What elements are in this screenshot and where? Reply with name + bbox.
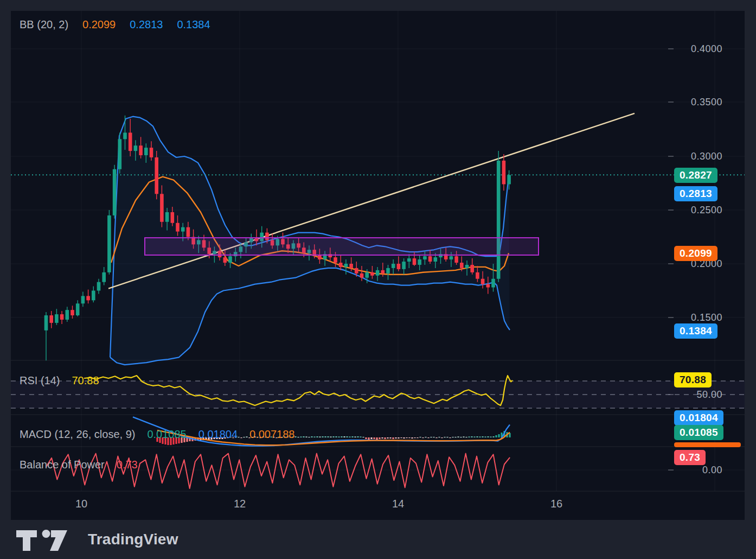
macd-histogram-bar xyxy=(232,437,234,438)
price-badge: 0.2813 xyxy=(674,186,717,201)
macd-histogram-bar xyxy=(346,436,348,437)
price-axis-label: 50.00 xyxy=(696,389,722,401)
macd-histogram-bar xyxy=(479,436,480,437)
macd-histogram-bar xyxy=(498,434,499,437)
candle-body xyxy=(150,148,153,157)
macd-histogram-bar xyxy=(181,437,182,443)
candle-body xyxy=(97,282,101,291)
candle-body xyxy=(434,257,438,262)
macd-histogram-bar xyxy=(376,437,377,440)
candle-body xyxy=(413,258,417,265)
price-badge: 0.01804 xyxy=(674,410,723,425)
tradingview-logo-text[interactable]: TradingView xyxy=(88,531,178,548)
macd-histogram-bar xyxy=(444,437,445,437)
macd-histogram-bar xyxy=(270,436,272,437)
candle-body xyxy=(92,291,95,301)
macd-histogram-bar xyxy=(354,436,356,437)
macd-histogram-bar xyxy=(156,437,158,442)
macd-histogram-bar xyxy=(159,437,161,443)
candle-body xyxy=(381,270,385,274)
tradingview-logo-icon[interactable] xyxy=(15,527,80,552)
candle-body xyxy=(102,272,106,282)
macd-histogram-bar xyxy=(463,436,464,437)
rsi-band-fill xyxy=(11,381,745,408)
rsi-indicator-title[interactable]: RSI (14) xyxy=(20,374,60,387)
macd-histogram-bar xyxy=(164,437,166,444)
macd-histogram-bar xyxy=(294,436,296,437)
price-badge: 0.1384 xyxy=(674,323,717,339)
candle-body xyxy=(454,256,458,263)
macd-histogram-bar xyxy=(330,436,331,437)
macd-histogram-bar xyxy=(224,437,226,439)
bop-indicator-title[interactable]: Balance of Power xyxy=(20,459,105,471)
macd-histogram-bar xyxy=(175,437,177,444)
macd-histogram-bar xyxy=(368,437,369,440)
candle-body xyxy=(507,175,511,184)
macd-histogram-bar xyxy=(441,437,443,438)
candle-body xyxy=(49,315,53,323)
macd-histogram-bar xyxy=(387,437,388,439)
price-axis-label: 0.4000 xyxy=(691,43,722,55)
candle-body xyxy=(491,279,495,288)
macd-histogram-bar xyxy=(273,437,274,437)
tradingview-chart-window: BB (20, 2) 0.2099 0.2813 0.1384 RSI (14)… xyxy=(0,0,756,559)
candle-body xyxy=(60,314,64,320)
macd-histogram-bar xyxy=(276,437,277,438)
macd-histogram-bar xyxy=(254,436,255,437)
macd-histogram-bar xyxy=(240,437,242,438)
macd-histogram-bar xyxy=(473,436,475,437)
candle-body xyxy=(423,256,427,259)
macd-histogram-bar xyxy=(400,437,402,438)
macd-histogram-bar xyxy=(251,437,253,437)
macd-indicator-title[interactable]: MACD (12, 26, close, 9) xyxy=(20,428,135,441)
candle-body xyxy=(66,310,69,320)
macd-histogram-bar xyxy=(257,437,258,437)
bb-indicator-title[interactable]: BB (20, 2) xyxy=(20,18,68,31)
macd-histogram-bar xyxy=(219,437,220,439)
macd-histogram-bar xyxy=(365,437,367,439)
macd-histogram-bar xyxy=(509,433,510,437)
macd-histogram-bar xyxy=(370,437,372,439)
macd-histogram-bar xyxy=(495,435,497,437)
candle-body xyxy=(44,315,48,331)
candle-body xyxy=(402,262,406,269)
macd-histogram-bar xyxy=(454,437,456,437)
macd-histogram-bar xyxy=(460,437,462,437)
macd-histogram-bar xyxy=(183,437,185,442)
candle-body xyxy=(386,268,390,274)
macd-histogram-bar xyxy=(278,436,280,437)
candle-body xyxy=(55,314,59,323)
price-badge: 0.2099 xyxy=(674,246,717,261)
price-badge: 70.88 xyxy=(674,372,712,388)
candle-body xyxy=(155,157,158,194)
macd-histogram-bar xyxy=(229,437,231,437)
candle-body xyxy=(392,264,395,268)
candle-body xyxy=(355,268,358,274)
candle-body xyxy=(486,284,490,288)
macd-signal-badge-strip xyxy=(674,442,741,447)
macd-histogram-bar xyxy=(305,436,307,437)
macd-histogram-bar xyxy=(406,437,407,438)
macd-histogram-bar xyxy=(492,436,494,437)
chart-plot-area[interactable] xyxy=(11,11,745,520)
macd-histogram-bar xyxy=(162,437,163,444)
macd-histogram-bar xyxy=(449,437,451,438)
macd-histogram-bar xyxy=(487,436,489,437)
bop-line xyxy=(46,454,510,488)
price-axis-label: 0.00 xyxy=(702,465,722,476)
macd-histogram-bar xyxy=(267,437,269,437)
macd-histogram-bar xyxy=(292,436,293,437)
macd-histogram-bar xyxy=(427,437,429,438)
candle-body xyxy=(397,264,401,269)
price-axis-label: 0.3000 xyxy=(691,151,722,162)
candle-body xyxy=(370,272,374,276)
candle-body xyxy=(344,264,348,267)
macd-histogram-bar xyxy=(311,436,312,437)
zone-rectangle-drawing[interactable] xyxy=(145,238,539,255)
candle-body xyxy=(129,132,132,151)
chart-canvas[interactable] xyxy=(11,11,745,520)
macd-histogram-bar xyxy=(349,436,350,437)
candle-body xyxy=(497,161,501,279)
macd-histogram-bar xyxy=(414,437,415,438)
candle-body xyxy=(176,223,180,232)
